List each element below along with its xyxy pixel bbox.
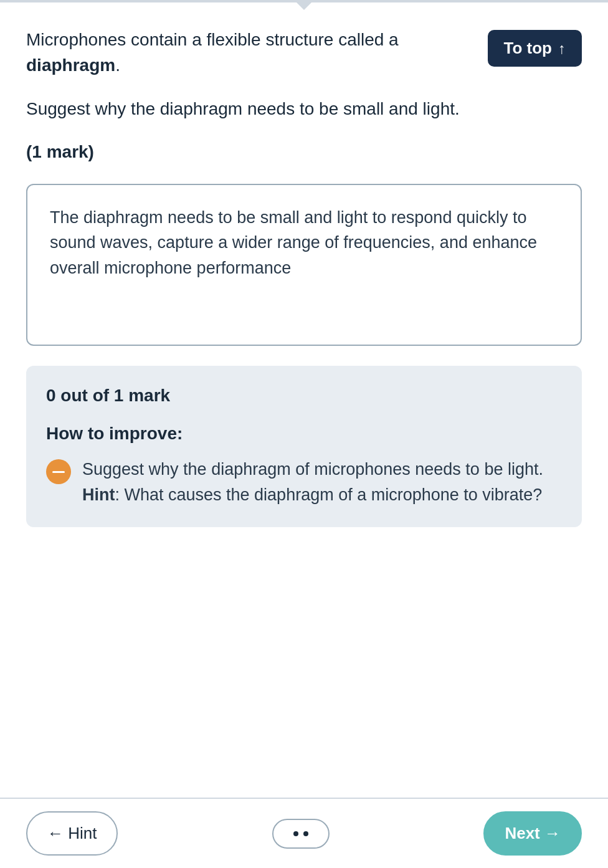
improvement-item: Suggest why the diaphragm of microphones… (46, 457, 562, 507)
score-text: 0 out of 1 mark (46, 383, 562, 408)
improvement-main-text: Suggest why the diaphragm of microphones… (82, 460, 543, 479)
question-header: Microphones contain a flexible structure… (26, 27, 582, 78)
dots-button[interactable] (272, 819, 330, 849)
bottom-nav: ← Hint Next → (0, 798, 608, 868)
hint-text: : What causes the diaphragm of a microph… (115, 485, 542, 504)
main-content: Microphones contain a flexible structure… (0, 2, 608, 798)
to-top-button[interactable]: To top ↑ (488, 30, 582, 67)
page-container: Microphones contain a flexible structure… (0, 0, 608, 868)
question-intro-end: . (115, 55, 120, 75)
mark-label: (1 mark) (26, 140, 582, 164)
how-to-improve-label: How to improve: (46, 421, 562, 446)
question-bold-word: diaphragm (26, 55, 115, 75)
top-divider (0, 0, 608, 2)
dot-1 (293, 831, 298, 836)
answer-text: The diaphragm needs to be small and ligh… (50, 205, 558, 281)
suggest-question-text: Suggest why the diaphragm needs to be sm… (26, 97, 582, 122)
next-button[interactable]: Next → (483, 811, 582, 856)
question-intro: Microphones contain a flexible structure… (26, 30, 399, 49)
next-label: Next → (505, 824, 561, 842)
arrow-up-icon: ↑ (558, 40, 566, 57)
dot-2 (303, 831, 308, 836)
prev-button[interactable]: ← Hint (26, 811, 118, 856)
prev-label: ← Hint (47, 824, 97, 843)
minus-icon (46, 459, 71, 484)
feedback-section: 0 out of 1 mark How to improve: Suggest … (26, 366, 582, 527)
hint-label: Hint (82, 485, 115, 504)
answer-box[interactable]: The diaphragm needs to be small and ligh… (26, 184, 582, 346)
improvement-text: Suggest why the diaphragm of microphones… (82, 457, 543, 507)
chevron-down-icon (295, 1, 313, 10)
to-top-label: To top (504, 39, 552, 58)
question-intro-text: Microphones contain a flexible structure… (26, 27, 488, 78)
